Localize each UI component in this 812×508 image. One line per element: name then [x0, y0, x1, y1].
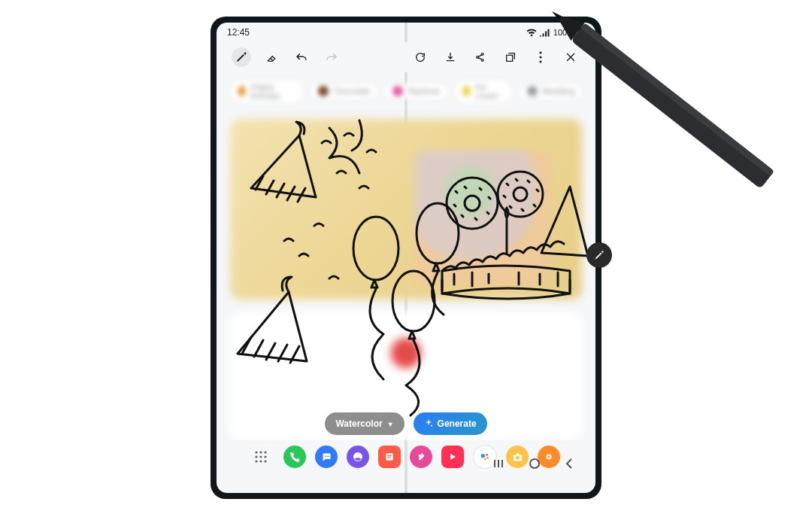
svg-point-10 [498, 172, 543, 217]
svg-point-3 [539, 56, 541, 58]
app-drawer-button[interactable] [252, 448, 270, 466]
svg-point-12 [255, 451, 257, 453]
download-button[interactable] [441, 47, 460, 67]
svg-point-20 [264, 460, 266, 462]
svg-point-6 [392, 271, 435, 331]
user-sketch [217, 105, 595, 437]
video-app-icon[interactable] [441, 446, 464, 468]
style-suggestions-row: Happy birthday Chocolate Rainbow Ice cre… [217, 80, 595, 102]
gallery-app-icon[interactable] [410, 446, 432, 468]
svg-point-21 [324, 455, 326, 457]
status-time: 12:45 [227, 27, 250, 38]
close-button[interactable] [561, 47, 580, 67]
generate-button[interactable]: Generate [414, 412, 487, 435]
style-label: Watercolor [335, 418, 382, 429]
pen-tool-button[interactable] [232, 47, 251, 67]
svg-rect-34 [516, 453, 519, 455]
battery-icon [577, 27, 585, 38]
drawing-toolbar [217, 42, 595, 72]
refresh-button[interactable] [411, 47, 430, 67]
notes-app-icon[interactable] [378, 446, 401, 468]
svg-point-16 [259, 455, 262, 458]
device-frame: 12:45 100% [211, 17, 601, 499]
svg-point-23 [328, 455, 329, 457]
navigation-bar [493, 457, 576, 470]
svg-point-19 [259, 460, 262, 462]
suggestion-chip[interactable]: Rainbow [385, 84, 447, 99]
svg-point-15 [255, 455, 257, 458]
share-button[interactable] [471, 47, 490, 67]
generate-label: Generate [438, 418, 477, 429]
svg-point-2 [539, 51, 541, 53]
suggestion-chip[interactable]: Chocolate [311, 84, 378, 99]
back-button[interactable] [562, 457, 576, 470]
sparkle-icon [424, 418, 433, 430]
eraser-tool-button[interactable] [262, 47, 281, 67]
status-bar: 12:45 100% [217, 23, 595, 42]
svg-point-18 [255, 460, 257, 462]
redo-button[interactable] [322, 47, 341, 67]
svg-point-11 [514, 187, 527, 201]
svg-point-28 [481, 454, 485, 458]
svg-point-5 [353, 217, 398, 280]
svg-point-29 [486, 454, 488, 456]
messages-app-icon[interactable] [315, 446, 338, 468]
browser-app-icon[interactable] [347, 446, 369, 468]
svg-point-8 [447, 178, 498, 229]
more-button[interactable] [531, 47, 550, 67]
svg-rect-39 [580, 23, 774, 176]
wifi-icon [526, 28, 537, 37]
svg-point-13 [259, 451, 262, 453]
svg-point-7 [417, 203, 459, 263]
svg-point-14 [264, 451, 266, 453]
action-row: Watercolor ▼ Generate [217, 407, 595, 440]
edge-pen-fab[interactable] [586, 242, 612, 268]
drawing-canvas[interactable] [217, 105, 595, 440]
signal-icon [540, 28, 550, 37]
svg-point-17 [264, 455, 266, 458]
svg-point-9 [465, 196, 480, 211]
undo-button[interactable] [292, 47, 311, 67]
suggestion-chip[interactable]: Ice cream [455, 80, 512, 102]
recents-button[interactable] [493, 457, 507, 470]
suggestion-chip[interactable]: Wedding [520, 84, 582, 99]
style-picker-button[interactable]: Watercolor ▼ [325, 412, 404, 435]
svg-rect-26 [387, 455, 392, 456]
svg-point-30 [486, 457, 489, 459]
multiwindow-button[interactable] [501, 47, 520, 67]
svg-point-22 [326, 455, 328, 457]
svg-rect-27 [387, 457, 391, 458]
svg-rect-0 [579, 28, 584, 37]
battery-text: 100% [553, 28, 574, 37]
svg-rect-1 [580, 27, 583, 28]
home-button[interactable] [528, 457, 541, 470]
svg-point-37 [530, 459, 539, 468]
suggestion-chip[interactable]: Happy birthday [230, 80, 303, 102]
chevron-down-icon: ▼ [387, 421, 394, 428]
phone-app-icon[interactable] [283, 446, 306, 468]
svg-point-31 [484, 458, 486, 460]
svg-point-4 [539, 60, 541, 62]
